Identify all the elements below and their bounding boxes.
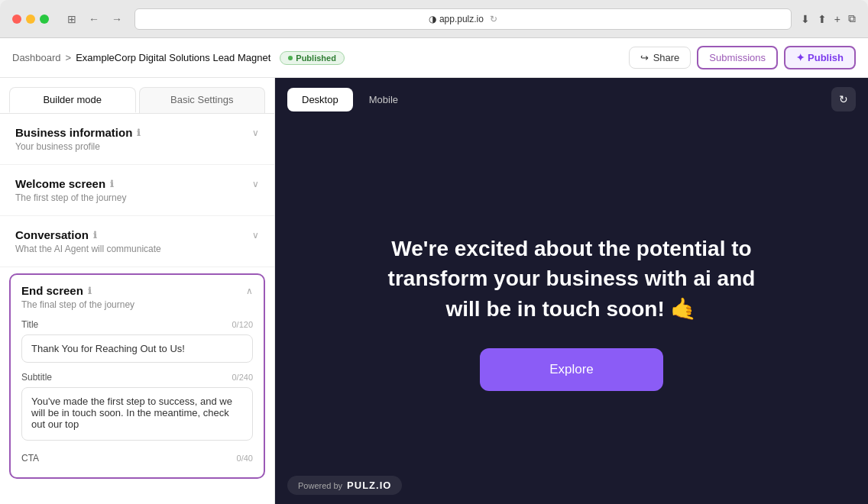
- section-title: End screen ℹ: [21, 284, 92, 297]
- tab-mobile[interactable]: Mobile: [355, 88, 413, 111]
- browser-controls: ⊞ ← →: [64, 11, 125, 27]
- chevron-down-icon: ∨: [252, 179, 259, 189]
- preview-content: We're excited about the potential to tra…: [275, 121, 868, 504]
- submissions-button[interactable]: Submissions: [697, 46, 778, 69]
- back-button[interactable]: ←: [86, 11, 102, 27]
- tab-builder-mode[interactable]: Builder mode: [9, 87, 136, 113]
- title-input[interactable]: [21, 334, 253, 363]
- breadcrumb: Dashboard > ExampleCorp Digital Solution…: [12, 52, 270, 63]
- traffic-lights: [12, 15, 49, 24]
- tabs-icon[interactable]: ⧉: [848, 12, 856, 25]
- submissions-label: Submissions: [709, 52, 766, 63]
- section-subtitle: The first step of the journey: [15, 192, 259, 203]
- maximize-button[interactable]: [40, 15, 49, 24]
- info-icon: ℹ: [93, 230, 97, 241]
- preview-headline: We're excited about the potential to tra…: [373, 234, 770, 324]
- share-label: Share: [653, 52, 680, 63]
- browser-actions: ⬇ ⬆ + ⧉: [801, 12, 856, 25]
- tab-desktop[interactable]: Desktop: [287, 88, 353, 111]
- subtitle-field-label: Subtitle 0/240: [21, 372, 253, 383]
- main-layout: Builder mode Basic Settings Business inf…: [0, 78, 868, 504]
- section-subtitle: Your business profile: [15, 141, 259, 152]
- chevron-up-icon: ∧: [246, 286, 253, 296]
- breadcrumb-current: ExampleCorp Digital Solutions Lead Magne…: [76, 52, 270, 63]
- section-header: End screen ℹ ∧: [21, 284, 253, 297]
- chevron-down-icon: ∨: [252, 128, 259, 138]
- subtitle-field-group: Subtitle 0/240: [21, 372, 253, 444]
- section-end-screen[interactable]: End screen ℹ ∧ The final step of the jou…: [9, 273, 265, 479]
- publish-button[interactable]: ✦ Publish: [784, 46, 856, 69]
- published-dot: [288, 56, 293, 60]
- title-field-label: Title 0/120: [21, 319, 253, 330]
- refresh-icon: ↻: [839, 93, 848, 105]
- cta-field-label: CTA 0/40: [21, 453, 253, 464]
- refresh-icon[interactable]: ↻: [490, 14, 497, 24]
- subtitle-counter: 0/240: [232, 373, 253, 382]
- section-subtitle: The final step of the journey: [21, 299, 253, 310]
- tab-basic-settings[interactable]: Basic Settings: [139, 87, 266, 113]
- sidebar-toggle-button[interactable]: ⊞: [64, 11, 79, 27]
- mode-tabs: Builder mode Basic Settings: [0, 78, 274, 114]
- pulz-logo: PULZ.IO: [347, 480, 391, 491]
- close-button[interactable]: [12, 15, 21, 24]
- left-panel: Builder mode Basic Settings Business inf…: [0, 78, 275, 504]
- publish-icon: ✦: [796, 52, 805, 63]
- breadcrumb-home[interactable]: Dashboard: [12, 52, 61, 63]
- share-arrow-icon: ↪: [640, 52, 649, 63]
- cta-counter: 0/40: [237, 454, 253, 463]
- published-badge: Published: [280, 51, 345, 65]
- browser-chrome: ⊞ ← → ◑ app.pulz.io ↻ ⬇ ⬆ + ⧉: [0, 0, 868, 38]
- explore-button[interactable]: Explore: [480, 348, 663, 391]
- cta-field-group: CTA 0/40: [21, 453, 253, 464]
- refresh-button[interactable]: ↻: [831, 87, 856, 111]
- section-title: Conversation ℹ: [15, 228, 97, 241]
- info-icon: ℹ: [110, 179, 114, 189]
- publish-label: Publish: [808, 52, 844, 63]
- title-counter: 0/120: [232, 320, 253, 329]
- app-bar-actions: ↪ Share Submissions ✦ Publish: [629, 46, 856, 69]
- section-subtitle: What the AI Agent will communicate: [15, 244, 259, 254]
- section-conversation[interactable]: Conversation ℹ ∨ What the AI Agent will …: [0, 216, 274, 267]
- preview-footer: Powered by PULZ.IO: [287, 476, 402, 495]
- published-label: Published: [296, 53, 336, 63]
- right-panel: Desktop Mobile ↻ We're excited about the…: [275, 78, 868, 504]
- url-text: app.pulz.io: [439, 14, 484, 24]
- forward-button[interactable]: →: [108, 11, 125, 27]
- breadcrumb-separator: >: [66, 52, 72, 63]
- download-icon[interactable]: ⬇: [801, 13, 810, 25]
- section-title: Business information ℹ: [15, 126, 141, 139]
- chevron-down-icon: ∨: [252, 230, 259, 241]
- share-button[interactable]: ↪ Share: [629, 47, 691, 69]
- info-icon: ℹ: [137, 128, 141, 138]
- share-icon[interactable]: ⬆: [818, 13, 827, 25]
- minimize-button[interactable]: [26, 15, 35, 24]
- section-title: Welcome screen ℹ: [15, 177, 114, 190]
- section-header: Conversation ℹ ∨: [15, 228, 259, 241]
- powered-by-text: Powered by: [298, 481, 342, 490]
- address-bar[interactable]: ◑ app.pulz.io ↻: [134, 8, 792, 30]
- title-field-group: Title 0/120: [21, 319, 253, 363]
- info-icon: ℹ: [88, 286, 92, 296]
- preview-tabs: Desktop Mobile ↻: [275, 78, 868, 121]
- subtitle-input[interactable]: [21, 387, 253, 441]
- section-header: Welcome screen ℹ ∨: [15, 177, 259, 190]
- section-header: Business information ℹ ∨: [15, 126, 259, 139]
- theme-icon: ◑: [429, 14, 436, 24]
- new-tab-icon[interactable]: +: [834, 13, 840, 25]
- section-welcome-screen[interactable]: Welcome screen ℹ ∨ The first step of the…: [0, 165, 274, 216]
- app-bar: Dashboard > ExampleCorp Digital Solution…: [0, 38, 868, 78]
- section-business-info[interactable]: Business information ℹ ∨ Your business p…: [0, 114, 274, 165]
